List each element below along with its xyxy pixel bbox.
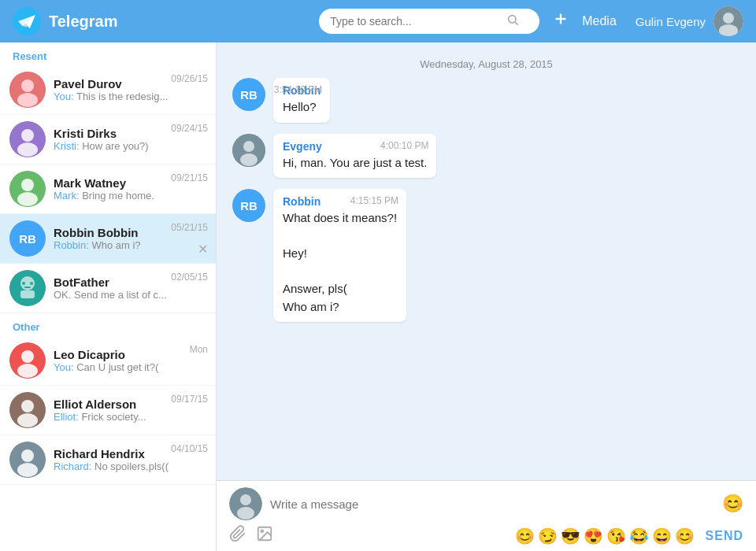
msg-time-1: 3:54:10 PM [274,84,322,95]
input-row: 😊 [229,487,743,520]
svg-point-25 [17,364,38,378]
msg-bubble-3: Robbin What does it means?!Hey!Answer, p… [273,189,406,322]
avatar-robbin: RB [9,220,46,257]
svg-point-20 [22,282,25,285]
chat-date-elliot: 09/17/15 [171,394,208,405]
chat-area: Wednesday, August 28, 2015 RB Robbin Hel… [217,43,756,551]
msg-bubble-1: Robbin Hello? 3:54:10 PM [273,78,330,123]
svg-point-36 [240,494,251,505]
chat-item-botfather[interactable]: BotFather OK. Send me a list of c... 02/… [0,264,216,313]
emoji-3[interactable]: 😎 [561,527,580,545]
msg-avatar-robbin-1: RB [232,78,265,111]
svg-point-6 [723,13,734,24]
msg-avatar-evgeny [232,134,265,167]
message-row-1: RB Robbin Hello? 3:54:10 PM [232,78,740,123]
svg-point-9 [21,80,34,92]
attach-image-button[interactable] [256,525,273,546]
msg-time-2: 4:00:10 PM [380,140,428,151]
preview-sender-kristi: Kristi: [54,140,80,152]
preview-text-kristi: How are you?) [82,140,149,152]
chat-item-pavel[interactable]: Pavel Durov You: This is the redesig... … [0,65,216,115]
app-title: Telegram [49,13,319,31]
chat-date-leo: Mon [190,344,208,355]
preview-sender-pavel: You: [54,91,74,102]
svg-point-30 [21,449,34,462]
svg-point-15 [21,179,34,191]
chat-item-kristi[interactable]: Kristi Dirks Kristi: How are you?) 09/24… [0,115,216,165]
svg-point-13 [17,142,38,157]
search-bar[interactable] [319,9,539,34]
attach-file-button[interactable] [229,525,246,546]
emoji-5[interactable]: 😘 [606,527,626,545]
chat-preview-mark: Mark: Bring me home. [54,190,206,202]
svg-point-28 [17,413,38,427]
emoji-2[interactable]: 😏 [538,527,558,545]
avatar-richard [9,442,46,478]
input-attachment-buttons [229,525,273,546]
svg-point-24 [21,350,34,363]
send-button[interactable]: SEND [706,529,743,543]
emoji-4[interactable]: 😍 [584,527,603,545]
date-divider: Wednesday, August 28, 2015 [232,50,740,78]
chat-item-richard[interactable]: Richard Hendrix Richard: No spoilers,pls… [0,435,216,485]
preview-text-leo: Can U just get it?( [76,361,158,373]
user-avatar[interactable] [713,6,743,36]
message-input[interactable] [270,494,714,514]
chat-name-leo: Leo Dicaprio [54,348,206,361]
svg-point-21 [30,282,33,285]
chat-date-robbin: 05/21/15 [171,222,208,233]
chat-date-kristi: 09/24/15 [171,123,208,134]
search-icon [506,13,519,29]
svg-point-16 [17,192,38,206]
telegram-logo [13,7,41,35]
input-area: 😊 😊 😏 😎 😍 😘 [217,480,756,551]
svg-point-1 [509,16,516,23]
svg-point-31 [17,463,38,477]
avatar-leo [9,342,46,379]
svg-rect-22 [24,287,31,288]
msg-text-1: Hello? [283,98,321,116]
chat-date-mark: 09/21/15 [171,172,208,183]
avatar-mark [9,171,46,207]
svg-point-37 [237,507,254,520]
sidebar: Resent Pavel Durov You: This is the rede… [0,43,217,551]
svg-point-34 [240,153,258,166]
emoji-row: 😊 😏 😎 😍 😘 😂 😄 😊 [515,527,695,545]
emoji-button[interactable]: 😊 [722,494,743,514]
svg-rect-19 [20,290,35,298]
emoji-7[interactable]: 😄 [652,527,672,545]
svg-line-2 [515,22,518,25]
svg-point-27 [21,400,34,412]
chat-date-richard: 04/10/15 [171,443,208,454]
chat-item-robbin[interactable]: RB Robbin Bobbin Robbin: Who am i? 05/21… [0,214,216,264]
media-button[interactable]: Media [582,14,617,28]
main-layout: Resent Pavel Durov You: This is the rede… [0,43,756,551]
preview-text-robbin: Who am i? [91,239,140,251]
avatar-elliot [9,392,46,428]
close-chat-robbin[interactable]: ✕ [198,242,208,257]
preview-text-mark: Bring me home. [82,190,154,202]
msg-text-2: Hi, man. You are just a test. [283,154,427,172]
msg-avatar-robbin-2: RB [232,189,265,222]
chat-preview-pavel: You: This is the redesig... [54,91,206,102]
messages-container: Wednesday, August 28, 2015 RB Robbin Hel… [217,43,756,480]
chat-info-leo: Leo Dicaprio You: Can U just get it?( [54,348,206,373]
add-button[interactable] [552,10,569,32]
chat-preview-elliot: Elliot: Frick society... [54,411,206,423]
search-input[interactable] [330,15,503,28]
avatar-kristi [9,121,46,157]
chat-date-pavel: 09/26/15 [171,73,208,84]
chat-preview-botfather: OK. Send me a list of c... [54,289,206,301]
emoji-1[interactable]: 😊 [515,527,535,545]
chat-item-leo[interactable]: Leo Dicaprio You: Can U just get it?( Mo… [0,336,216,386]
msg-text-3: What does it means?!Hey!Answer, pls(Who … [283,209,397,316]
chat-item-mark[interactable]: Mark Watney Mark: Bring me home. 09/21/1… [0,165,216,214]
preview-text-botfather: OK. Send me a list of c... [54,289,167,301]
preview-sender-richard: Richard: [54,460,91,472]
message-row-3: RB Robbin What does it means?!Hey!Answer… [232,189,740,322]
emoji-send-row: 😊 😏 😎 😍 😘 😂 😄 😊 SEND [515,527,743,545]
svg-point-12 [21,129,34,142]
emoji-8[interactable]: 😊 [675,527,695,545]
emoji-6[interactable]: 😂 [629,527,649,545]
chat-item-elliot[interactable]: Elliot Alderson Elliot: Frick society...… [0,386,216,435]
